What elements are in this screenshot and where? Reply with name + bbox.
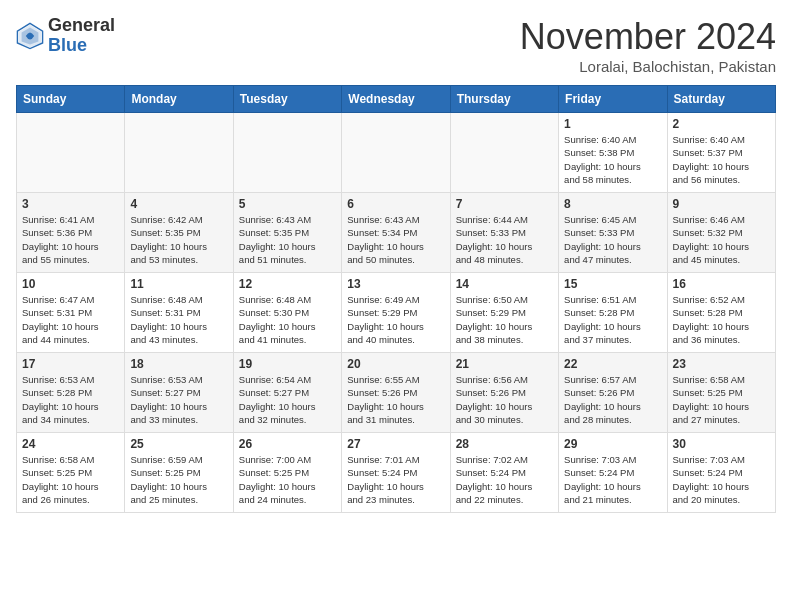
calendar-cell: 28Sunrise: 7:02 AM Sunset: 5:24 PM Dayli… [450,433,558,513]
day-number: 24 [22,437,119,451]
calendar-table: SundayMondayTuesdayWednesdayThursdayFrid… [16,85,776,513]
day-number: 2 [673,117,770,131]
calendar-cell: 23Sunrise: 6:58 AM Sunset: 5:25 PM Dayli… [667,353,775,433]
day-info: Sunrise: 6:40 AM Sunset: 5:38 PM Dayligh… [564,133,661,186]
day-info: Sunrise: 6:58 AM Sunset: 5:25 PM Dayligh… [22,453,119,506]
day-info: Sunrise: 6:43 AM Sunset: 5:35 PM Dayligh… [239,213,336,266]
day-info: Sunrise: 6:43 AM Sunset: 5:34 PM Dayligh… [347,213,444,266]
day-info: Sunrise: 7:01 AM Sunset: 5:24 PM Dayligh… [347,453,444,506]
calendar-cell: 29Sunrise: 7:03 AM Sunset: 5:24 PM Dayli… [559,433,667,513]
calendar-cell [450,113,558,193]
day-info: Sunrise: 6:56 AM Sunset: 5:26 PM Dayligh… [456,373,553,426]
calendar-cell [125,113,233,193]
day-info: Sunrise: 6:59 AM Sunset: 5:25 PM Dayligh… [130,453,227,506]
weekday-header-sunday: Sunday [17,86,125,113]
day-info: Sunrise: 6:50 AM Sunset: 5:29 PM Dayligh… [456,293,553,346]
day-number: 23 [673,357,770,371]
calendar-cell: 27Sunrise: 7:01 AM Sunset: 5:24 PM Dayli… [342,433,450,513]
day-number: 3 [22,197,119,211]
logo-icon [16,22,44,50]
calendar-week-2: 3Sunrise: 6:41 AM Sunset: 5:36 PM Daylig… [17,193,776,273]
day-info: Sunrise: 6:48 AM Sunset: 5:30 PM Dayligh… [239,293,336,346]
calendar-cell: 6Sunrise: 6:43 AM Sunset: 5:34 PM Daylig… [342,193,450,273]
day-number: 9 [673,197,770,211]
calendar-cell: 15Sunrise: 6:51 AM Sunset: 5:28 PM Dayli… [559,273,667,353]
day-info: Sunrise: 6:47 AM Sunset: 5:31 PM Dayligh… [22,293,119,346]
calendar-cell: 8Sunrise: 6:45 AM Sunset: 5:33 PM Daylig… [559,193,667,273]
day-info: Sunrise: 6:53 AM Sunset: 5:27 PM Dayligh… [130,373,227,426]
location: Loralai, Balochistan, Pakistan [520,58,776,75]
day-info: Sunrise: 6:46 AM Sunset: 5:32 PM Dayligh… [673,213,770,266]
day-info: Sunrise: 6:49 AM Sunset: 5:29 PM Dayligh… [347,293,444,346]
day-number: 13 [347,277,444,291]
day-number: 17 [22,357,119,371]
day-number: 8 [564,197,661,211]
day-number: 27 [347,437,444,451]
day-number: 30 [673,437,770,451]
calendar-cell: 21Sunrise: 6:56 AM Sunset: 5:26 PM Dayli… [450,353,558,433]
day-number: 28 [456,437,553,451]
day-info: Sunrise: 7:03 AM Sunset: 5:24 PM Dayligh… [564,453,661,506]
calendar-cell: 17Sunrise: 6:53 AM Sunset: 5:28 PM Dayli… [17,353,125,433]
day-info: Sunrise: 6:57 AM Sunset: 5:26 PM Dayligh… [564,373,661,426]
calendar-cell: 9Sunrise: 6:46 AM Sunset: 5:32 PM Daylig… [667,193,775,273]
calendar-cell: 25Sunrise: 6:59 AM Sunset: 5:25 PM Dayli… [125,433,233,513]
month-title: November 2024 [520,16,776,58]
day-number: 29 [564,437,661,451]
day-number: 11 [130,277,227,291]
calendar-cell: 24Sunrise: 6:58 AM Sunset: 5:25 PM Dayli… [17,433,125,513]
calendar-cell: 19Sunrise: 6:54 AM Sunset: 5:27 PM Dayli… [233,353,341,433]
calendar-cell: 12Sunrise: 6:48 AM Sunset: 5:30 PM Dayli… [233,273,341,353]
title-block: November 2024 Loralai, Balochistan, Paki… [520,16,776,75]
day-number: 20 [347,357,444,371]
day-info: Sunrise: 6:40 AM Sunset: 5:37 PM Dayligh… [673,133,770,186]
day-info: Sunrise: 6:55 AM Sunset: 5:26 PM Dayligh… [347,373,444,426]
calendar-cell: 10Sunrise: 6:47 AM Sunset: 5:31 PM Dayli… [17,273,125,353]
day-info: Sunrise: 7:03 AM Sunset: 5:24 PM Dayligh… [673,453,770,506]
logo: General Blue [16,16,115,56]
day-number: 10 [22,277,119,291]
day-info: Sunrise: 7:02 AM Sunset: 5:24 PM Dayligh… [456,453,553,506]
day-number: 5 [239,197,336,211]
calendar-cell: 11Sunrise: 6:48 AM Sunset: 5:31 PM Dayli… [125,273,233,353]
day-info: Sunrise: 6:48 AM Sunset: 5:31 PM Dayligh… [130,293,227,346]
calendar-cell: 1Sunrise: 6:40 AM Sunset: 5:38 PM Daylig… [559,113,667,193]
day-number: 19 [239,357,336,371]
weekday-header-thursday: Thursday [450,86,558,113]
page-header: General Blue November 2024 Loralai, Balo… [16,16,776,75]
day-number: 12 [239,277,336,291]
day-info: Sunrise: 6:44 AM Sunset: 5:33 PM Dayligh… [456,213,553,266]
day-info: Sunrise: 6:52 AM Sunset: 5:28 PM Dayligh… [673,293,770,346]
calendar-cell: 14Sunrise: 6:50 AM Sunset: 5:29 PM Dayli… [450,273,558,353]
logo-text: General Blue [48,16,115,56]
day-info: Sunrise: 6:51 AM Sunset: 5:28 PM Dayligh… [564,293,661,346]
day-number: 15 [564,277,661,291]
day-number: 21 [456,357,553,371]
calendar-cell: 7Sunrise: 6:44 AM Sunset: 5:33 PM Daylig… [450,193,558,273]
calendar-cell: 4Sunrise: 6:42 AM Sunset: 5:35 PM Daylig… [125,193,233,273]
calendar-cell: 16Sunrise: 6:52 AM Sunset: 5:28 PM Dayli… [667,273,775,353]
day-info: Sunrise: 6:53 AM Sunset: 5:28 PM Dayligh… [22,373,119,426]
day-number: 6 [347,197,444,211]
day-number: 25 [130,437,227,451]
calendar-week-5: 24Sunrise: 6:58 AM Sunset: 5:25 PM Dayli… [17,433,776,513]
weekday-header-row: SundayMondayTuesdayWednesdayThursdayFrid… [17,86,776,113]
day-info: Sunrise: 6:42 AM Sunset: 5:35 PM Dayligh… [130,213,227,266]
day-number: 22 [564,357,661,371]
weekday-header-saturday: Saturday [667,86,775,113]
day-number: 18 [130,357,227,371]
day-info: Sunrise: 7:00 AM Sunset: 5:25 PM Dayligh… [239,453,336,506]
day-number: 1 [564,117,661,131]
calendar-week-4: 17Sunrise: 6:53 AM Sunset: 5:28 PM Dayli… [17,353,776,433]
calendar-week-1: 1Sunrise: 6:40 AM Sunset: 5:38 PM Daylig… [17,113,776,193]
calendar-cell: 5Sunrise: 6:43 AM Sunset: 5:35 PM Daylig… [233,193,341,273]
day-info: Sunrise: 6:58 AM Sunset: 5:25 PM Dayligh… [673,373,770,426]
day-number: 14 [456,277,553,291]
calendar-cell: 18Sunrise: 6:53 AM Sunset: 5:27 PM Dayli… [125,353,233,433]
day-info: Sunrise: 6:41 AM Sunset: 5:36 PM Dayligh… [22,213,119,266]
day-number: 7 [456,197,553,211]
calendar-cell: 20Sunrise: 6:55 AM Sunset: 5:26 PM Dayli… [342,353,450,433]
day-info: Sunrise: 6:54 AM Sunset: 5:27 PM Dayligh… [239,373,336,426]
calendar-cell: 2Sunrise: 6:40 AM Sunset: 5:37 PM Daylig… [667,113,775,193]
calendar-week-3: 10Sunrise: 6:47 AM Sunset: 5:31 PM Dayli… [17,273,776,353]
